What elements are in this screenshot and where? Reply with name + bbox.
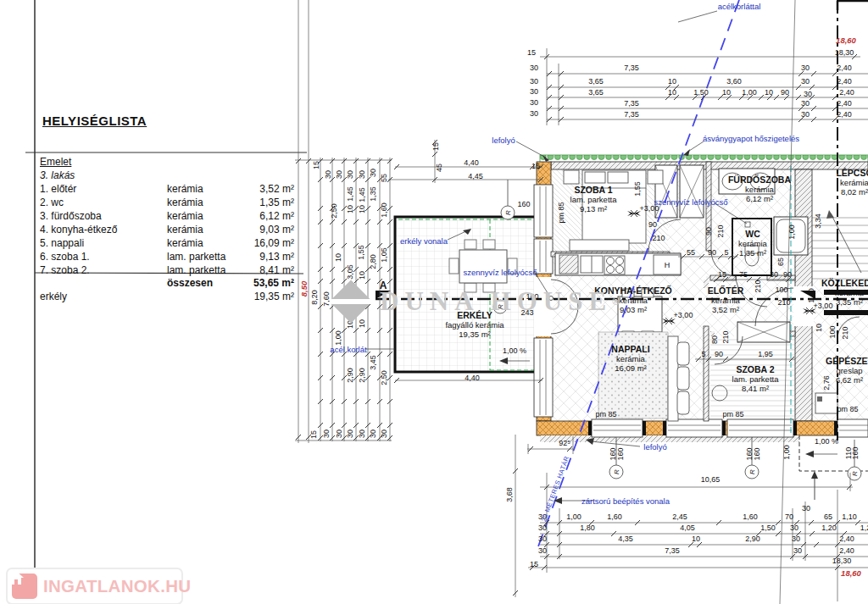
room-label-block: ELŐTÉRkerámia3,52 m² xyxy=(708,285,744,314)
dim-label: 210 xyxy=(754,280,762,292)
room-area: 9,13 m² xyxy=(570,204,617,213)
dim-label: 160 xyxy=(851,446,860,459)
dim-label: pm 85 xyxy=(722,410,743,418)
dim-label: 90 xyxy=(704,227,713,236)
room-name: GÉPÉSZET xyxy=(826,356,868,366)
room-label-block: NAPPALIkerámia16,09 m² xyxy=(611,344,649,373)
dim-label: 30 xyxy=(538,535,547,543)
dim-label: 1,45 xyxy=(358,187,366,202)
dim-label: 7,35 xyxy=(624,99,639,108)
dim-label: 1,00 xyxy=(742,88,757,97)
annotation-label: lefolyó xyxy=(492,136,515,145)
dim-label: 4,40 xyxy=(464,158,479,167)
dim-label: 10 xyxy=(358,319,366,328)
dim-label: 7,35 xyxy=(624,110,639,119)
dim-label: pm 85 xyxy=(595,410,616,418)
dim-label: 1,60 xyxy=(380,202,388,218)
dim-label: 1,95 xyxy=(758,350,773,358)
dim-label: 3,65 xyxy=(588,88,604,97)
room-list-area: 16,09 m² xyxy=(245,237,294,249)
house-icon xyxy=(12,574,37,599)
total-area: 53,65 m² xyxy=(245,277,294,289)
dim-label: 30 xyxy=(804,90,812,98)
dim-label: 1,00 xyxy=(334,330,342,346)
dim-label: 15 xyxy=(531,162,540,170)
dim-label: 2,45 xyxy=(672,513,687,521)
annotation-label: zártsorú beépítés vonala xyxy=(581,496,670,506)
room-list-row: 1. előtérkerámia3,52 m² xyxy=(40,183,294,195)
dim-label: 2,40 xyxy=(839,88,854,97)
dim-label: 30 xyxy=(358,170,366,179)
dim-label: 2,50 xyxy=(330,203,338,219)
dim-label: 4,35 xyxy=(618,535,633,543)
dim-label: 10 xyxy=(334,253,342,262)
dim-label: 1,80 xyxy=(580,524,595,532)
dim-label: 4,40 xyxy=(465,374,480,382)
dim-label: 3,05 xyxy=(346,264,354,280)
dim-label: 3,68 xyxy=(505,487,514,502)
room-list-name: 6. szoba 1. xyxy=(40,251,167,263)
dim-label: 100 xyxy=(775,285,787,294)
dim-label: 30 xyxy=(322,429,331,438)
dim-label: 30 xyxy=(801,77,810,86)
room-area: 1,35 m² xyxy=(738,248,767,258)
room-area: 8,02 m² xyxy=(836,187,868,197)
room-name: SZOBA 2 xyxy=(732,364,779,374)
room-area: 19,35 m² xyxy=(445,330,504,339)
dim-label: 55 xyxy=(687,248,695,257)
dim-label: 55 xyxy=(380,174,388,182)
dim-label: 210 xyxy=(721,330,730,343)
dim-label: 2,40 xyxy=(837,99,852,108)
dim-label: A xyxy=(380,280,387,291)
dim-label: 30 xyxy=(530,87,538,96)
dim-label: 30 xyxy=(792,535,800,543)
room-material: greslap xyxy=(826,366,868,375)
room-name: WC xyxy=(738,229,767,239)
red-dim-label: 18,60 xyxy=(841,568,861,578)
annotation-label: acélkorláttal xyxy=(718,2,761,11)
floorplan-sheet: HELYISÉGLISTA Emelet 3. lakás 1. előtérk… xyxy=(0,0,868,604)
room-material: fagyálló kerámia xyxy=(445,320,504,330)
floor-label: Emelet xyxy=(40,156,71,168)
dim-label: 10 xyxy=(815,324,823,332)
room-list-name: 1. előtér xyxy=(40,183,167,195)
room-material: kerámia xyxy=(738,239,767,248)
dim-label: 15 xyxy=(527,48,536,57)
dim-label: 210 xyxy=(652,234,665,242)
dim-label: pm 85 xyxy=(557,202,565,223)
dim-label: 2,90 xyxy=(346,368,354,383)
dim-label: R xyxy=(504,210,512,215)
dim-label: 2,80 xyxy=(369,254,377,269)
annotation-label: szennyvíz lefolyócső xyxy=(654,197,727,207)
dim-label: 30 xyxy=(530,64,538,72)
dim-label: 7,60 xyxy=(322,291,331,307)
dim-label: 10 xyxy=(722,88,731,97)
dim-label: 1,50 xyxy=(693,88,709,97)
dim-label: 10 xyxy=(692,535,700,543)
dim-label: 3,45 xyxy=(369,355,377,370)
room-list-area: 8,41 m² xyxy=(245,264,294,276)
red-dim-label: 8,50 xyxy=(299,281,309,297)
room-area: 3,52 m² xyxy=(708,305,744,314)
dim-label: 30 xyxy=(530,98,538,107)
dim-label: 2,76 xyxy=(822,375,831,391)
dim-label: 15 xyxy=(312,161,320,169)
dim-label: 10 xyxy=(765,88,773,97)
dim-label: 1,00 xyxy=(782,445,791,460)
dim-label: 30 xyxy=(801,110,810,119)
dim-label: 30 xyxy=(358,429,366,438)
dim-label: R xyxy=(748,469,756,474)
annotation-label: ásványgyapot hőszigetelés xyxy=(703,134,799,143)
dim-label: 30 xyxy=(530,77,538,86)
dim-label: 1,20 xyxy=(821,524,837,532)
room-material: kerámia xyxy=(708,296,744,305)
dim-label: 75 xyxy=(739,270,748,279)
room-area: 6,12 m² xyxy=(728,194,791,203)
dim-label: 160 xyxy=(753,447,761,460)
dim-label: 5 xyxy=(701,350,705,358)
room-name: NAPPALI xyxy=(611,344,649,354)
dim-label: 1,60 xyxy=(607,513,622,521)
dim-label: 30 xyxy=(530,109,538,118)
room-material: kerámia xyxy=(836,178,868,187)
room-label-block: SZOBA 1lam. parketta9,13 m² xyxy=(570,185,617,213)
